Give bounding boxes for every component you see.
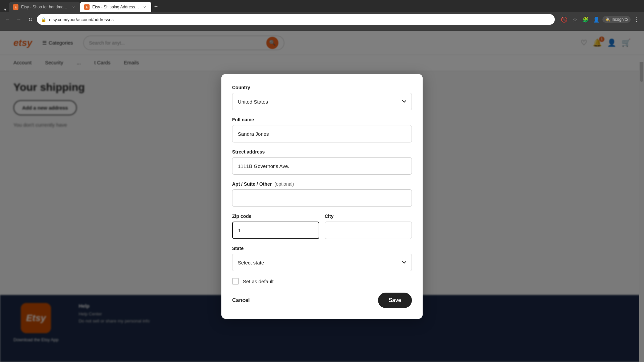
incognito-badge[interactable]: 🕵️ Incognito xyxy=(602,16,631,23)
page-background: etsy ☰ Categories Search for anyt... 🔍 ♡… xyxy=(0,31,644,362)
city-input[interactable] xyxy=(325,222,412,239)
street-input[interactable] xyxy=(232,157,412,175)
menu-btn[interactable]: ⋮ xyxy=(632,15,641,24)
toolbar-icons: 🚫 ☆ 🧩 👤 🕵️ Incognito ⋮ xyxy=(559,15,641,24)
zip-field-group: Zip code xyxy=(232,214,319,239)
url-text: etsy.com/your/account/addresses xyxy=(49,17,114,22)
apt-input[interactable] xyxy=(232,189,412,207)
tab2-title: Etsy - Shipping Addresses xyxy=(92,5,139,9)
no-tracking-icon[interactable]: 🚫 xyxy=(559,15,569,24)
default-checkbox-label[interactable]: Set as default xyxy=(243,279,274,284)
tab-list-btn[interactable]: ▾ xyxy=(3,7,8,12)
new-tab-btn[interactable]: + xyxy=(151,2,161,11)
tab1-title: Etsy - Shop for handmade, vint... xyxy=(21,5,68,9)
extensions-icon[interactable]: 🧩 xyxy=(581,15,590,24)
fullname-field-group: Full name xyxy=(232,117,412,142)
country-select[interactable]: United States Canada United Kingdom xyxy=(232,93,412,110)
tab1-close[interactable]: ✕ xyxy=(71,4,76,10)
lock-icon: 🔒 xyxy=(41,17,46,22)
apt-field-group: Apt / Suite / Other (optional) xyxy=(232,181,412,207)
shipping-address-modal: Country United States Canada United King… xyxy=(221,74,423,319)
country-label: Country xyxy=(232,85,412,90)
tab2-close[interactable]: ✕ xyxy=(142,4,147,10)
city-label: City xyxy=(325,214,412,219)
apt-optional: (optional) xyxy=(274,181,294,187)
default-checkbox-row: Set as default xyxy=(232,278,412,285)
profile-icon[interactable]: 👤 xyxy=(592,15,601,24)
city-field-group: City xyxy=(325,214,412,239)
modal-footer: Cancel Save xyxy=(232,293,412,308)
state-field-group: State Select state Alabama Alaska Arizon… xyxy=(232,246,412,271)
tabs-bar: ▾ E Etsy - Shop for handmade, vint... ✕ … xyxy=(0,0,644,12)
incognito-label: Incognito xyxy=(611,17,628,22)
back-btn[interactable]: ← xyxy=(3,15,12,24)
apt-label: Apt / Suite / Other (optional) xyxy=(232,181,412,187)
street-field-group: Street address xyxy=(232,149,412,175)
address-bar-row: ← → ↻ 🔒 etsy.com/your/account/addresses … xyxy=(0,12,644,27)
reload-btn[interactable]: ↻ xyxy=(25,15,35,24)
tab2-favicon: E xyxy=(84,4,90,10)
tab1-favicon: E xyxy=(13,4,18,10)
fullname-input[interactable] xyxy=(232,125,412,142)
address-bar[interactable]: 🔒 etsy.com/your/account/addresses xyxy=(37,14,555,25)
save-button[interactable]: Save xyxy=(378,293,412,308)
state-select[interactable]: Select state Alabama Alaska Arizona Cali… xyxy=(232,254,412,271)
bookmark-icon[interactable]: ☆ xyxy=(570,15,580,24)
tab-2[interactable]: E Etsy - Shipping Addresses ✕ xyxy=(80,2,151,12)
street-label: Street address xyxy=(232,149,412,155)
fullname-label: Full name xyxy=(232,117,412,122)
zip-input[interactable] xyxy=(232,222,319,239)
tab-1[interactable]: E Etsy - Shop for handmade, vint... ✕ xyxy=(9,2,80,12)
zip-label: Zip code xyxy=(232,214,319,219)
default-checkbox[interactable] xyxy=(232,278,239,285)
forward-btn[interactable]: → xyxy=(14,15,23,24)
state-label: State xyxy=(232,246,412,251)
incognito-icon: 🕵️ xyxy=(605,17,610,22)
zip-city-row: Zip code City xyxy=(232,214,412,246)
cancel-button[interactable]: Cancel xyxy=(232,293,250,307)
browser-chrome: ▾ E Etsy - Shop for handmade, vint... ✕ … xyxy=(0,0,644,31)
country-field-group: Country United States Canada United King… xyxy=(232,85,412,110)
modal-overlay: Country United States Canada United King… xyxy=(0,31,644,362)
